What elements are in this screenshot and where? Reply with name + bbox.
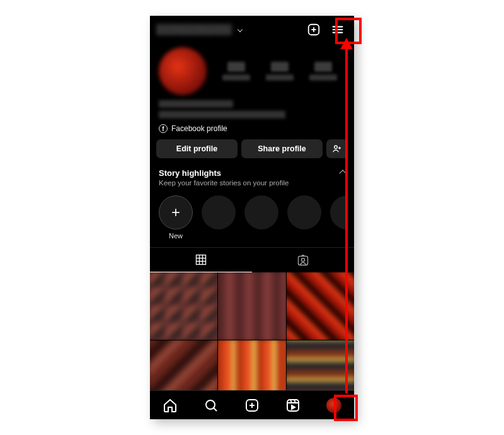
edit-profile-button[interactable]: Edit profile — [156, 139, 238, 158]
svg-rect-23 — [287, 400, 299, 411]
stat-following[interactable] — [309, 62, 337, 81]
bottom-nav — [150, 390, 354, 419]
nav-create[interactable] — [242, 395, 262, 415]
phone-screen: f Facebook profile Edit profile Share pr… — [150, 16, 354, 419]
tab-grid[interactable] — [150, 248, 252, 272]
facebook-icon: f — [159, 124, 168, 133]
posts-grid — [150, 272, 354, 409]
nav-profile-avatar-icon — [326, 398, 341, 413]
svg-rect-11 — [197, 255, 206, 265]
svg-point-6 — [335, 146, 338, 149]
highlights-subtitle: Keep your favorite stories on your profi… — [159, 179, 340, 187]
svg-point-18 — [206, 400, 215, 409]
tab-tagged[interactable] — [252, 248, 354, 272]
highlight-placeholder — [330, 195, 345, 240]
story-highlights-section: Story highlights Keep your favorite stor… — [150, 166, 354, 247]
post-thumbnail[interactable] — [150, 272, 217, 340]
share-profile-button[interactable]: Share profile — [241, 139, 323, 158]
discover-people-button[interactable] — [326, 139, 348, 158]
chevron-down-icon[interactable] — [238, 27, 243, 32]
post-thumbnail[interactable] — [218, 272, 285, 340]
highlight-new-label: New — [159, 232, 193, 240]
highlights-row: New — [159, 187, 345, 243]
bio-text — [159, 111, 285, 119]
username[interactable] — [156, 24, 232, 35]
highlight-placeholder — [202, 195, 236, 240]
svg-line-19 — [214, 408, 217, 411]
bio-name — [159, 100, 233, 108]
highlight-placeholder — [244, 195, 278, 240]
profile-header — [150, 16, 354, 44]
profile-summary-row — [150, 44, 354, 95]
facebook-link-label: Facebook profile — [171, 124, 227, 133]
nav-search[interactable] — [201, 395, 221, 415]
collapse-chevron-icon[interactable] — [339, 170, 346, 177]
facebook-profile-link[interactable]: f Facebook profile — [150, 122, 354, 139]
post-thumbnail[interactable] — [287, 272, 354, 340]
create-button[interactable] — [304, 20, 324, 40]
feed-tabs — [150, 247, 354, 272]
svg-rect-16 — [299, 256, 308, 265]
nav-reels[interactable] — [283, 395, 303, 415]
bio-section — [150, 95, 354, 119]
profile-stats — [214, 62, 345, 81]
stat-posts[interactable] — [222, 62, 250, 81]
highlight-placeholder — [287, 195, 321, 240]
highlights-title: Story highlights — [159, 168, 340, 178]
profile-actions: Edit profile Share profile — [150, 139, 354, 166]
stat-followers[interactable] — [266, 62, 294, 81]
highlight-new[interactable]: New — [159, 195, 193, 240]
nav-home[interactable] — [160, 395, 180, 415]
svg-point-17 — [302, 258, 305, 261]
hamburger-menu-button[interactable] — [328, 20, 348, 40]
nav-profile[interactable] — [324, 395, 344, 415]
profile-avatar[interactable] — [159, 47, 207, 95]
